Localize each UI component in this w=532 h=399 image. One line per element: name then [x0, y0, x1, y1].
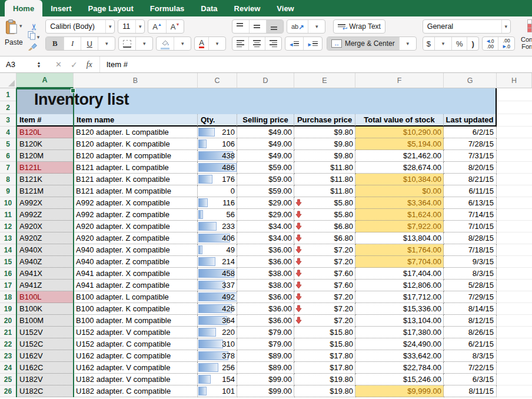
- scissors-cut-icon[interactable]: [29, 18, 38, 31]
- row-header-8[interactable]: 8: [0, 174, 16, 185]
- header-cell-B3[interactable]: Item name: [74, 114, 198, 127]
- row-header-4[interactable]: 4: [0, 127, 16, 138]
- row-header-5[interactable]: 5: [0, 138, 16, 150]
- cell-A4[interactable]: B120L: [16, 127, 74, 138]
- cell-A10[interactable]: A992X: [16, 197, 74, 209]
- cell-D17[interactable]: $38.00: [237, 280, 294, 291]
- cell-F23[interactable]: $33,642.00: [355, 350, 444, 362]
- cell-H18[interactable]: [497, 291, 532, 303]
- cell-H10[interactable]: [497, 197, 532, 209]
- cell-D8[interactable]: $59.00: [237, 174, 294, 185]
- cell-G26[interactable]: 8/11/15: [444, 385, 497, 397]
- cell-H16[interactable]: [497, 268, 532, 280]
- cell-H5[interactable]: [497, 138, 532, 150]
- cell-B13[interactable]: A920 adapter. Z compatible: [74, 232, 198, 244]
- cell-A15[interactable]: A940Z: [16, 256, 74, 268]
- cell-F21[interactable]: $17,380.00: [355, 327, 444, 338]
- cell-B20[interactable]: B100 adapter. M compatible: [74, 315, 198, 327]
- cell-B4[interactable]: B120 adapter. L compatible: [74, 127, 198, 138]
- cell-C4[interactable]: 210: [198, 127, 237, 138]
- cell-H8[interactable]: [497, 174, 532, 185]
- cell-E20[interactable]: $7.20: [294, 315, 355, 327]
- conditional-formatting-icon[interactable]: ≠: [527, 19, 532, 36]
- paste-button[interactable]: Paste: [5, 38, 23, 46]
- comma-style-button[interactable]: ): [467, 37, 478, 50]
- cell-F11[interactable]: $1,624.00: [355, 209, 444, 221]
- cell-F12[interactable]: $7,922.00: [355, 221, 444, 232]
- cell-B18[interactable]: B100 adapter. L compatible: [74, 291, 198, 303]
- cell-H1[interactable]: [497, 88, 532, 101]
- align-top-button[interactable]: [232, 20, 250, 33]
- name-box[interactable]: A3: [0, 60, 35, 69]
- row-header-20[interactable]: 20: [0, 315, 16, 327]
- title-banner-fill[interactable]: [74, 88, 497, 114]
- cell-E19[interactable]: $7.20: [294, 303, 355, 315]
- cell-D24[interactable]: $89.00: [237, 362, 294, 374]
- font-color-caret-icon[interactable]: [209, 37, 225, 50]
- cell-B14[interactable]: A940 adapter. X compatible: [74, 244, 198, 256]
- cell-C24[interactable]: 256: [198, 362, 237, 374]
- cell-A13[interactable]: A920Z: [16, 232, 74, 244]
- cell-A8[interactable]: B121K: [16, 174, 74, 185]
- column-header-F[interactable]: F: [355, 73, 444, 88]
- cell-G6[interactable]: 7/31/15: [444, 150, 497, 162]
- wrap-text-button[interactable]: Wrap Text: [333, 19, 385, 34]
- header-cell-C3[interactable]: Qty.: [198, 114, 237, 127]
- cell-A17[interactable]: A941Z: [16, 280, 74, 291]
- cell-H20[interactable]: [497, 315, 532, 327]
- column-header-D[interactable]: D: [237, 73, 294, 88]
- cell-C14[interactable]: 49: [198, 244, 237, 256]
- cell-D5[interactable]: $49.00: [237, 138, 294, 150]
- cell-A26[interactable]: U182C: [16, 385, 74, 397]
- cell-H13[interactable]: [497, 232, 532, 244]
- cell-E5[interactable]: $9.80: [294, 138, 355, 150]
- row-header-1[interactable]: 1: [0, 88, 16, 101]
- row-header-14[interactable]: 14: [0, 244, 16, 256]
- bold-button[interactable]: B: [46, 37, 64, 50]
- cell-D18[interactable]: $36.00: [237, 291, 294, 303]
- borders-button[interactable]: [119, 37, 136, 50]
- tab-review[interactable]: Review: [226, 0, 269, 16]
- column-header-B[interactable]: B: [74, 73, 198, 88]
- cell-A5[interactable]: B120K: [16, 138, 74, 150]
- cell-G22[interactable]: 6/21/15: [444, 338, 497, 350]
- row-header-24[interactable]: 24: [0, 362, 16, 374]
- cell-G20[interactable]: 8/12/15: [444, 315, 497, 327]
- cell-G11[interactable]: 7/14/15: [444, 209, 497, 221]
- cell-D22[interactable]: $79.00: [237, 338, 294, 350]
- cell-C15[interactable]: 214: [198, 256, 237, 268]
- cell-D14[interactable]: $36.00: [237, 244, 294, 256]
- cell-B21[interactable]: U152 adapter. V compatible: [74, 327, 198, 338]
- cell-F10[interactable]: $3,364.00: [355, 197, 444, 209]
- increase-indent-button[interactable]: [304, 37, 322, 50]
- cell-A16[interactable]: A941X: [16, 268, 74, 280]
- cell-B5[interactable]: B120 adapter. K compatible: [74, 138, 198, 150]
- cell-E4[interactable]: $9.80: [294, 127, 355, 138]
- number-format-caret-icon[interactable]: [501, 20, 510, 33]
- cell-E15[interactable]: $7.20: [294, 256, 355, 268]
- copy-icon[interactable]: [28, 31, 40, 41]
- header-cell-D3[interactable]: Selling price: [237, 114, 294, 127]
- formula-bar-content[interactable]: Item #: [99, 56, 128, 72]
- merge-center-caret-icon[interactable]: [400, 37, 416, 50]
- cell-B10[interactable]: A992 adapter. X compatible: [74, 197, 198, 209]
- cell-E26[interactable]: $19.80: [294, 385, 355, 397]
- cell-H17[interactable]: [497, 280, 532, 291]
- cell-F5[interactable]: $5,194.00: [355, 138, 444, 150]
- cell-A7[interactable]: B121L: [16, 162, 74, 174]
- cell-D21[interactable]: $79.00: [237, 327, 294, 338]
- cell-A21[interactable]: U152V: [16, 327, 74, 338]
- cell-F9[interactable]: $0.00: [355, 185, 444, 197]
- cell-G8[interactable]: 8/21/15: [444, 174, 497, 185]
- cell-H14[interactable]: [497, 244, 532, 256]
- cell-C7[interactable]: 486: [198, 162, 237, 174]
- cell-F16[interactable]: $17,404.00: [355, 268, 444, 280]
- cell-F17[interactable]: $12,806.00: [355, 280, 444, 291]
- cell-C8[interactable]: 176: [198, 174, 237, 185]
- currency-caret-icon[interactable]: [435, 37, 452, 50]
- row-header-21[interactable]: 21: [0, 327, 16, 338]
- insert-function-icon[interactable]: fx: [87, 60, 92, 69]
- column-header-A[interactable]: A: [16, 73, 74, 88]
- cell-D26[interactable]: $99.00: [237, 385, 294, 397]
- cell-E6[interactable]: $9.80: [294, 150, 355, 162]
